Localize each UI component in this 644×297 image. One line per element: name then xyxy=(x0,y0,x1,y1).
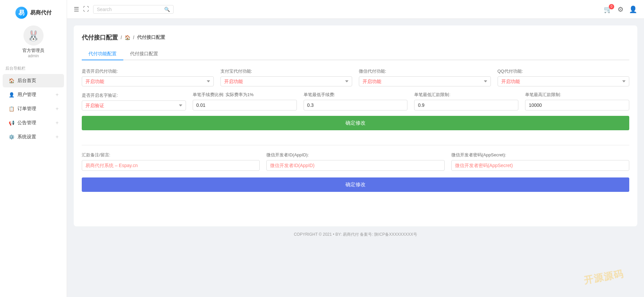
breadcrumb: 代付接口配置 / 🏠 / 代付接口配置 xyxy=(82,33,629,42)
form-row-3: 汇款备注/留言: 微信开发者ID(AppID): 微信开发者密码(AppSecr… xyxy=(82,152,629,171)
notification-button[interactable]: 🛒 0 xyxy=(604,5,612,13)
form-group-qq: QQ代付功能: 开启功能 关闭功能 xyxy=(498,68,630,86)
user-name: 官方管理员 xyxy=(22,48,44,54)
form-group-min-amount: 单笔最低汇款限制: xyxy=(414,92,518,110)
submit-button-2[interactable]: 确定修改 xyxy=(82,177,629,192)
label-enable-pay: 是否开启代付功能: xyxy=(82,68,214,74)
label-alipay: 支付宝代付功能: xyxy=(220,68,352,74)
form-group-remark: 汇款备注/留言: xyxy=(82,152,260,171)
orders-icon: 📋 xyxy=(8,105,15,112)
sidebar-item-announcements[interactable]: 📢 公告管理 + xyxy=(3,116,64,130)
select-wechat[interactable]: 开启功能 关闭功能 xyxy=(359,76,491,86)
form-group-alipay: 支付宝代付功能: 开启功能 关闭功能 xyxy=(220,68,352,86)
tab-interface[interactable]: 代付接口配置 xyxy=(123,48,165,60)
label-max-amount: 单笔最高汇款限制: xyxy=(525,92,629,98)
label-appid: 微信开发者ID(AppID): xyxy=(266,152,444,158)
select-name-verify[interactable]: 开启验证 关闭验证 xyxy=(82,100,186,110)
input-min-amount[interactable] xyxy=(414,100,518,110)
page-card: 代付接口配置 / 🏠 / 代付接口配置 代付功能配置 代付接口配置 是否开启代付… xyxy=(74,25,637,226)
tabs: 代付功能配置 代付接口配置 xyxy=(82,48,629,60)
label-min-fee: 单笔最低手续费: xyxy=(304,92,408,98)
input-fee-ratio[interactable] xyxy=(193,100,297,110)
settings-icon: ⚙️ xyxy=(8,134,15,140)
breadcrumb-sep2: / xyxy=(133,35,134,40)
form-row-1: 是否开启代付功能: 开启功能 关闭功能 支付宝代付功能: 开启功能 关闭功能 微… xyxy=(82,68,629,86)
input-max-amount[interactable] xyxy=(525,100,629,110)
search-input[interactable] xyxy=(97,7,164,12)
user-role: admin xyxy=(28,54,39,58)
main-area: ☰ ⛶ 🔍 🛒 0 ⚙ 👤 代付接口配置 / 🏠 / 代付接口配置 xyxy=(67,0,644,297)
sidebar-item-settings[interactable]: ⚙️ 系统设置 + xyxy=(3,130,64,144)
sidebar: 易 易商代付 🐰 官方管理员 admin 后台导航栏 🏠 后台首页 👤 用户管理… xyxy=(0,0,67,297)
input-appsecret[interactable] xyxy=(451,160,629,171)
logo-text: 易商代付 xyxy=(30,9,52,16)
section-divider xyxy=(82,145,629,145)
header: ☰ ⛶ 🔍 🛒 0 ⚙ 👤 xyxy=(67,0,644,19)
avatar-button[interactable]: 👤 xyxy=(629,5,637,13)
footer-text: COPYRIGHT © 2021 • BY: 易商代付 备案号: 陕ICP备XX… xyxy=(294,232,417,237)
label-remark: 汇款备注/留言: xyxy=(82,152,260,158)
user-icon: 👤 xyxy=(8,91,15,98)
submit-button-1[interactable]: 确定修改 xyxy=(82,116,629,130)
form-group-min-fee: 单笔最低手续费: xyxy=(304,92,408,110)
avatar: 🐰 xyxy=(23,25,44,46)
sidebar-item-orders-label: 订单管理 xyxy=(17,106,36,112)
label-wechat: 微信代付功能: xyxy=(359,68,491,74)
form-row-2: 是否开启名字验证: 开启验证 关闭验证 单笔手续费比例: 实际费率为1% 单笔最… xyxy=(82,92,629,110)
label-name-verify: 是否开启名字验证: xyxy=(82,92,186,98)
header-left: ☰ ⛶ 🔍 xyxy=(74,5,174,14)
input-appid[interactable] xyxy=(266,160,444,171)
footer: COPYRIGHT © 2021 • BY: 易商代付 备案号: 陕ICP备XX… xyxy=(74,226,637,243)
sidebar-item-users[interactable]: 👤 用户管理 + xyxy=(3,88,64,101)
sidebar-item-announcements-label: 公告管理 xyxy=(17,120,36,126)
select-qq[interactable]: 开启功能 关闭功能 xyxy=(498,76,630,86)
breadcrumb-current: 代付接口配置 xyxy=(137,34,165,41)
label-appsecret: 微信开发者密码(AppSecret): xyxy=(451,152,629,158)
input-remark[interactable] xyxy=(82,160,260,171)
label-qq: QQ代付功能: xyxy=(498,68,630,74)
sidebar-item-home[interactable]: 🏠 后台首页 xyxy=(3,74,64,87)
label-min-amount: 单笔最低汇款限制: xyxy=(414,92,518,98)
sidebar-logo: 易 易商代付 xyxy=(15,7,52,19)
sidebar-menu: 🏠 后台首页 👤 用户管理 + 📋 订单管理 + 📢 公告管理 + xyxy=(0,73,67,144)
breadcrumb-home[interactable]: 🏠 xyxy=(125,35,130,40)
announcements-icon: 📢 xyxy=(8,120,15,126)
breadcrumb-title: 代付接口配置 xyxy=(82,33,118,42)
sidebar-item-home-label: 后台首页 xyxy=(17,78,36,84)
form-group-appid: 微信开发者ID(AppID): xyxy=(266,152,444,171)
menu-toggle-icon[interactable]: ☰ xyxy=(74,6,79,13)
header-right: 🛒 0 ⚙ 👤 xyxy=(604,5,637,13)
expand-icon[interactable]: ⛶ xyxy=(83,6,89,13)
sidebar-item-users-label: 用户管理 xyxy=(17,92,36,98)
users-expand-icon[interactable]: + xyxy=(56,92,59,98)
settings-expand-icon[interactable]: + xyxy=(56,134,59,140)
form-group-enable-pay: 是否开启代付功能: 开启功能 关闭功能 xyxy=(82,68,214,86)
form-group-appsecret: 微信开发者密码(AppSecret): xyxy=(451,152,629,171)
search-box: 🔍 xyxy=(93,5,174,14)
input-min-fee[interactable] xyxy=(304,100,408,110)
sidebar-item-orders[interactable]: 📋 订单管理 + xyxy=(3,102,64,116)
breadcrumb-sep1: / xyxy=(121,35,122,40)
select-enable-pay[interactable]: 开启功能 关闭功能 xyxy=(82,76,214,86)
form-group-fee-ratio: 单笔手续费比例: 实际费率为1% xyxy=(193,92,297,110)
home-icon: 🏠 xyxy=(8,77,15,84)
content-area: 代付接口配置 / 🏠 / 代付接口配置 代付功能配置 代付接口配置 是否开启代付… xyxy=(67,19,644,297)
orders-expand-icon[interactable]: + xyxy=(56,106,59,112)
sidebar-item-settings-label: 系统设置 xyxy=(17,134,36,140)
user-avatar-section: 🐰 官方管理员 admin xyxy=(22,25,44,58)
gear-button[interactable]: ⚙ xyxy=(618,5,624,13)
form-group-wechat: 微信代付功能: 开启功能 关闭功能 xyxy=(359,68,491,86)
form-group-name-verify: 是否开启名字验证: 开启验证 关闭验证 xyxy=(82,92,186,110)
select-alipay[interactable]: 开启功能 关闭功能 xyxy=(220,76,352,86)
nav-label: 后台导航栏 xyxy=(0,66,25,71)
logo-icon: 易 xyxy=(15,7,27,19)
notification-badge: 0 xyxy=(609,4,614,9)
tab-func[interactable]: 代付功能配置 xyxy=(82,48,123,60)
search-icon[interactable]: 🔍 xyxy=(164,7,170,12)
form-group-max-amount: 单笔最高汇款限制: xyxy=(525,92,629,110)
label-fee-ratio: 单笔手续费比例: 实际费率为1% xyxy=(193,92,297,98)
announcements-expand-icon[interactable]: + xyxy=(56,120,59,126)
